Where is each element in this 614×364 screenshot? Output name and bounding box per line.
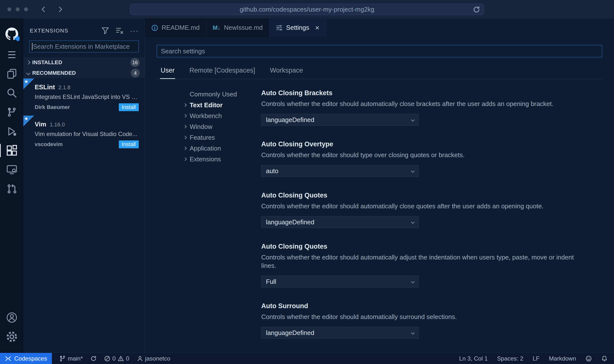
settings-sliders-icon — [276, 24, 283, 31]
toc-commonly-used[interactable]: Commonly Used — [184, 89, 261, 100]
tab-settings[interactable]: Settings × — [269, 18, 326, 37]
setting-entry: Auto Closing Quotes Controls whether the… — [261, 191, 590, 228]
person-icon — [137, 355, 143, 362]
star-icon: ★ — [24, 116, 28, 121]
feedback-button[interactable] — [585, 355, 592, 362]
indentation[interactable]: Spaces: 2 — [497, 355, 523, 362]
sync-icon — [90, 355, 97, 362]
toc-extensions[interactable]: Extensions — [184, 154, 261, 165]
back-icon[interactable] — [40, 6, 47, 13]
sidebar-item-search[interactable] — [0, 83, 23, 103]
install-button[interactable]: Install — [119, 140, 139, 148]
toc-window[interactable]: Window — [184, 121, 261, 132]
extensions-icon — [6, 145, 17, 156]
toc-features[interactable]: Features — [184, 132, 261, 143]
bell-icon — [601, 355, 608, 362]
sidebar-item-explorer[interactable] — [0, 64, 23, 83]
setting-entry: Auto Closing Overtype Controls whether t… — [261, 140, 590, 177]
setting-dropdown[interactable]: Full — [261, 276, 419, 288]
setting-description: Controls whether the editor should autom… — [261, 100, 590, 108]
hamburger-icon — [8, 51, 15, 58]
extension-version: 2.1.8 — [58, 84, 70, 91]
files-icon — [6, 68, 17, 79]
window-controls[interactable] — [7, 7, 28, 11]
menu-button[interactable] — [0, 45, 23, 64]
eol-indicator[interactable]: LF — [533, 355, 539, 362]
scope-tab-workspace[interactable]: Workspace — [269, 63, 304, 79]
notifications-button[interactable] — [601, 355, 608, 362]
scope-tab-user[interactable]: User — [160, 63, 175, 79]
settings-scope-tabs: User Remote [Codespaces] Workspace — [157, 63, 602, 79]
toc-text-editor[interactable]: Text Editor — [184, 100, 261, 110]
toc-label: Workbench — [190, 112, 222, 120]
window-minimize-button[interactable] — [16, 7, 20, 11]
user-indicator[interactable]: jasonetco — [137, 355, 170, 362]
install-button[interactable]: Install — [119, 103, 139, 111]
extension-publisher: vscodevim — [35, 141, 119, 148]
activity-bar — [0, 18, 23, 353]
setting-dropdown[interactable]: auto — [261, 165, 419, 177]
setting-description: Controls whether the editor should type … — [261, 151, 590, 159]
extension-list-item[interactable]: ★ ESLint 2.1.8 Integrates ESLint JavaScr… — [23, 78, 145, 116]
filter-icon[interactable] — [101, 27, 109, 35]
setting-entry: Auto Surround Controls whether the edito… — [261, 302, 590, 339]
setting-dropdown[interactable]: languageDefined — [261, 114, 419, 126]
extension-list-item[interactable]: ★ Vim 1.16.0 Vim emulation for Visual St… — [23, 116, 145, 153]
warnings-count: 0 — [126, 355, 129, 362]
cursor-position[interactable]: Ln 3, Col 1 — [459, 355, 488, 362]
more-actions-icon[interactable]: ··· — [130, 30, 139, 32]
recommended-count-badge: 4 — [131, 69, 140, 77]
sidebar-item-source-control[interactable] — [0, 103, 23, 122]
reload-icon[interactable] — [473, 6, 480, 14]
url-bar[interactable]: github.com/codespaces/user-my-project-mg… — [130, 4, 484, 15]
branch-indicator[interactable]: main* — [59, 355, 83, 362]
forward-icon[interactable] — [57, 6, 64, 13]
toc-workbench[interactable]: Workbench — [184, 110, 261, 121]
close-icon[interactable]: × — [315, 24, 320, 31]
setting-title: Auto Surround — [261, 302, 590, 310]
chevron-down-icon — [411, 169, 414, 173]
setting-description: Controls whether the editor should autom… — [261, 253, 590, 270]
dropdown-value: auto — [266, 167, 278, 175]
clear-extension-search-icon[interactable] — [116, 27, 123, 35]
sync-button[interactable] — [90, 355, 97, 362]
language-mode[interactable]: Markdown — [549, 355, 576, 362]
settings-gear-button[interactable] — [0, 327, 23, 346]
toc-label: Window — [190, 123, 212, 131]
extension-description: Integrates ESLint JavaScript into VS C..… — [35, 93, 139, 100]
tab-label: NewIssue.md — [224, 24, 263, 31]
section-recommended[interactable]: RECOMMENDED 4 — [23, 68, 145, 78]
tab-newissue[interactable]: M↓ NewIssue.md — [206, 18, 270, 37]
codespaces-label: Codespaces — [14, 355, 47, 362]
account-button[interactable] — [0, 308, 23, 327]
github-octocat-icon — [5, 28, 18, 40]
settings-search-input[interactable] — [157, 45, 602, 57]
dropdown-value: Full — [266, 278, 276, 286]
extensions-search-box[interactable] — [29, 41, 139, 52]
toc-label: Commonly Used — [190, 91, 237, 98]
remote-indicator-icon — [5, 355, 11, 362]
dropdown-value: languageDefined — [266, 116, 314, 124]
toc-label: Extensions — [190, 155, 221, 163]
section-installed[interactable]: INSTALLED 16 — [23, 57, 145, 68]
tab-readme[interactable]: README.md — [145, 18, 206, 37]
chevron-right-icon — [183, 103, 187, 107]
sidebar-item-run-debug[interactable] — [0, 122, 23, 141]
extension-description: Vim emulation for Visual Studio Code... — [35, 131, 139, 137]
extensions-search-input[interactable] — [33, 43, 138, 50]
account-icon — [6, 312, 17, 323]
setting-dropdown[interactable]: languageDefined — [261, 216, 419, 228]
sidebar-item-pull-requests[interactable] — [0, 179, 23, 198]
setting-dropdown[interactable]: languageDefined — [261, 327, 419, 339]
sidebar-item-remote-explorer[interactable] — [0, 160, 23, 179]
scope-tab-remote[interactable]: Remote [Codespaces] — [189, 63, 256, 79]
problems-indicator[interactable]: 0 0 — [104, 355, 129, 362]
chevron-down-icon — [411, 220, 414, 224]
sidebar-item-extensions[interactable] — [0, 141, 23, 160]
toc-application[interactable]: Application — [184, 143, 261, 154]
window-close-button[interactable] — [7, 7, 11, 11]
codespaces-remote-button[interactable]: Codespaces — [0, 353, 52, 364]
sidebar-title: EXTENSIONS — [30, 28, 101, 34]
window-maximize-button[interactable] — [24, 7, 28, 11]
editor-tabstrip: README.md M↓ NewIssue.md Settings × — [145, 18, 614, 37]
